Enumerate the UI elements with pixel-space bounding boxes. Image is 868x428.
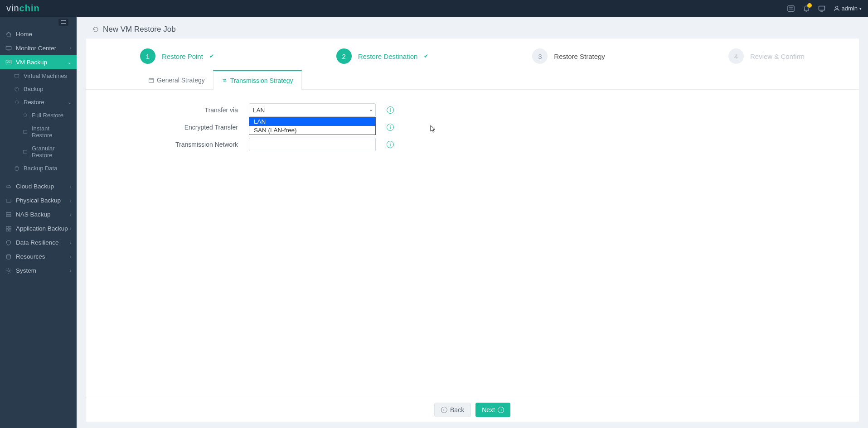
list-icon[interactable]: [787, 5, 795, 12]
step-label: Review & Confirm: [750, 53, 805, 60]
back-button[interactable]: ← Back: [434, 403, 471, 417]
sidebar-item-label: Full Restore: [32, 112, 63, 119]
sidebar-item-label: Backup: [24, 86, 43, 92]
sidebar-item-home[interactable]: Home: [0, 27, 77, 41]
svg-rect-18: [6, 215, 11, 216]
step-label: Restore Point: [162, 53, 203, 60]
transfer-via-label: Transfer via: [140, 106, 249, 114]
svg-rect-16: [6, 199, 11, 202]
user-menu[interactable]: admin ▾: [834, 5, 862, 12]
chevron-left-icon: ‹: [70, 212, 71, 217]
sidebar: Home Monitor Center ‹ VM VM Backup ⌄ Vir…: [0, 17, 77, 428]
notification-icon[interactable]: [803, 5, 810, 12]
sidebar-item-system[interactable]: System ‹: [0, 264, 77, 278]
sidebar-item-instant-restore[interactable]: Instant Restore: [0, 122, 77, 142]
sidebar-item-label: VM Backup: [16, 59, 47, 66]
svg-rect-22: [9, 229, 11, 231]
home-icon: [5, 31, 12, 38]
sidebar-item-application-backup[interactable]: Application Backup ‹: [0, 221, 77, 236]
restore-icon: [14, 99, 20, 106]
sidebar-item-label: Instant Restore: [32, 125, 71, 139]
info-icon[interactable]: i: [387, 106, 394, 114]
sidebar-item-label: Backup Data: [24, 165, 57, 172]
stepper: 1 Restore Point ✔ 2 Restore Destination …: [86, 38, 859, 68]
sidebar-toggle[interactable]: [58, 19, 68, 26]
step-1[interactable]: 1 Restore Point ✔: [140, 48, 336, 64]
check-icon: ✔: [424, 53, 428, 59]
step-label: Restore Strategy: [554, 53, 605, 60]
step-3[interactable]: 3 Restore Strategy: [532, 48, 728, 64]
transfer-via-select[interactable]: LAN: [249, 103, 376, 117]
dropdown-option-san[interactable]: SAN (LAN-free): [249, 126, 375, 135]
sidebar-item-backup[interactable]: Backup: [0, 82, 77, 96]
instant-restore-icon: [22, 129, 28, 135]
sidebar-item-label: Restore: [24, 99, 44, 106]
sidebar-item-restore[interactable]: Restore ⌄: [0, 96, 77, 109]
transmission-network-input[interactable]: [249, 138, 376, 151]
step-4[interactable]: 4 Review & Confirm: [728, 48, 805, 64]
transfer-via-dropdown: LAN SAN (LAN-free): [249, 117, 376, 135]
svg-point-24: [8, 269, 10, 271]
nas-icon: [5, 212, 12, 218]
sidebar-item-physical-backup[interactable]: Physical Backup ‹: [0, 193, 77, 207]
vm-sub-icon: [14, 73, 20, 79]
sidebar-item-label: Physical Backup: [16, 197, 61, 204]
svg-rect-25: [149, 78, 154, 82]
check-icon: ✔: [209, 53, 214, 59]
monitor-nav-icon: [5, 45, 12, 52]
tab-general-strategy[interactable]: General Strategy: [140, 70, 213, 89]
next-button[interactable]: Next →: [475, 403, 510, 417]
backup-data-icon: [14, 165, 20, 172]
chevron-left-icon: ‹: [70, 226, 71, 231]
resources-icon: [5, 254, 12, 260]
transmission-network-label: Transmission Network: [140, 141, 249, 148]
vm-icon: VM: [5, 59, 12, 66]
svg-rect-11: [15, 74, 19, 77]
svg-point-23: [7, 254, 11, 256]
sidebar-item-cloud-backup[interactable]: Cloud Backup ‹: [0, 179, 77, 193]
topbar: vinchin admin ▾: [0, 0, 868, 17]
sidebar-item-data-resilience[interactable]: Data Resilience ‹: [0, 236, 77, 250]
resilience-icon: [5, 240, 12, 246]
step-number: 3: [532, 48, 548, 64]
sidebar-item-label: Granular Restore: [32, 145, 71, 159]
step-number: 2: [336, 48, 352, 64]
sidebar-item-label: Cloud Backup: [16, 183, 54, 190]
info-icon[interactable]: i: [387, 124, 394, 131]
sidebar-item-monitor[interactable]: Monitor Center ‹: [0, 41, 77, 55]
sidebar-item-full-restore[interactable]: Full Restore: [0, 109, 77, 122]
dropdown-option-lan[interactable]: LAN: [249, 117, 375, 126]
svg-text:VM: VM: [7, 61, 10, 63]
wizard-card: 1 Restore Point ✔ 2 Restore Destination …: [86, 38, 859, 422]
wizard-footer: ← Back Next →: [86, 396, 859, 422]
calendar-icon: [148, 77, 154, 83]
chevron-left-icon: ‹: [70, 46, 71, 51]
sidebar-item-nas-backup[interactable]: NAS Backup ‹: [0, 207, 77, 221]
cloud-icon: [5, 183, 12, 190]
sidebar-item-vm-backup[interactable]: VM VM Backup ⌄: [0, 55, 77, 69]
sidebar-item-granular-restore[interactable]: Granular Restore: [0, 142, 77, 162]
sidebar-item-label: Monitor Center: [16, 45, 56, 52]
tab-transmission-strategy[interactable]: Transmission Strategy: [213, 70, 302, 90]
sidebar-item-resources[interactable]: Resources ‹: [0, 250, 77, 264]
step-number: 4: [728, 48, 744, 64]
step-label: Restore Destination: [358, 53, 418, 60]
sidebar-item-virtual-machines[interactable]: Virtual Machines: [0, 69, 77, 82]
tab-label: General Strategy: [157, 77, 205, 84]
sidebar-item-label: System: [16, 267, 36, 274]
chevron-left-icon: ‹: [70, 254, 71, 259]
logo: vinchin: [6, 3, 40, 14]
monitor-icon[interactable]: [818, 5, 825, 12]
full-restore-icon: [22, 112, 28, 119]
encrypted-transfer-label: Encrypted Transfer: [140, 124, 249, 131]
svg-rect-0: [788, 6, 794, 11]
transfer-icon: [222, 77, 228, 83]
svg-rect-20: [9, 226, 11, 228]
tab-label: Transmission Strategy: [230, 77, 293, 84]
step-2[interactable]: 2 Restore Destination ✔: [336, 48, 533, 64]
backup-icon: [14, 86, 20, 92]
info-icon[interactable]: i: [387, 141, 394, 148]
sidebar-item-backup-data[interactable]: Backup Data: [0, 162, 77, 175]
strategy-tabs: General Strategy Transmission Strategy: [86, 68, 859, 90]
arrow-right-icon: →: [498, 407, 504, 413]
